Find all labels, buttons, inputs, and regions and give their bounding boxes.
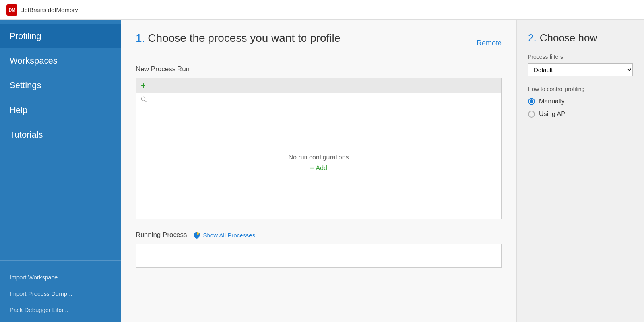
manually-radio[interactable] xyxy=(528,98,535,105)
sidebar-divider xyxy=(0,260,121,261)
sidebar-item-settings[interactable]: Settings xyxy=(0,73,121,98)
no-config-text: No run configurations xyxy=(288,154,349,161)
process-filters-label: Process filters xyxy=(528,54,633,60)
process-toolbar: + xyxy=(136,78,501,93)
step1-heading-row: 1. Choose the process you want to profil… xyxy=(136,32,502,54)
svg-line-1 xyxy=(145,101,147,102)
running-table-box xyxy=(136,244,502,268)
sidebar-item-tutorials[interactable]: Tutorials xyxy=(0,122,121,147)
sidebar-item-help[interactable]: Help xyxy=(0,98,121,122)
remote-link[interactable]: Remote xyxy=(477,39,502,47)
step2-number: 2. xyxy=(528,32,537,44)
add-config-label: Add xyxy=(316,165,327,172)
content-area: 1. Choose the process you want to profil… xyxy=(121,20,644,322)
sidebar-item-profiling[interactable]: Profiling xyxy=(0,24,121,48)
sidebar-item-workspaces[interactable]: Workspaces xyxy=(0,48,121,73)
title-bar: DM JetBrains dotMemory xyxy=(0,0,644,20)
app-logo: DM xyxy=(6,4,17,16)
manually-option[interactable]: Manually xyxy=(528,98,633,105)
step2-title: Choose how xyxy=(540,32,597,44)
new-process-label: New Process Run xyxy=(136,65,502,73)
using-api-radio[interactable] xyxy=(528,111,535,118)
show-all-label: Show All Processes xyxy=(203,232,255,239)
sidebar-footer: Import Workspace... Import Process Dump.… xyxy=(0,265,121,322)
search-icon xyxy=(141,96,147,104)
import-workspace-link[interactable]: Import Workspace... xyxy=(0,269,121,285)
step1-number: 1. xyxy=(136,32,145,45)
step2-heading: 2. Choose how xyxy=(528,32,633,44)
sidebar-nav: Profiling Workspaces Settings Help Tutor… xyxy=(0,20,121,256)
step1-title: Choose the process you want to profile xyxy=(148,32,340,45)
sidebar: Profiling Workspaces Settings Help Tutor… xyxy=(0,20,121,322)
plus-icon: + xyxy=(310,164,314,173)
app-title: JetBrains dotMemory xyxy=(21,6,78,13)
step2-panel: 2. Choose how Process filters Default Ho… xyxy=(517,20,644,322)
shield-icon xyxy=(193,231,200,239)
running-process-label: Running Process xyxy=(136,231,187,239)
search-input[interactable] xyxy=(150,97,497,103)
no-config-area: No run configurations + Add xyxy=(136,107,501,219)
show-all-processes-link[interactable]: Show All Processes xyxy=(193,231,255,239)
using-api-label: Using API xyxy=(539,111,567,118)
running-process-row: Running Process Show All Processes xyxy=(136,231,502,239)
add-config-link[interactable]: + Add xyxy=(310,164,327,173)
import-process-dump-link[interactable]: Import Process Dump... xyxy=(0,285,121,302)
process-filters-select[interactable]: Default xyxy=(528,63,633,76)
search-bar xyxy=(136,93,501,107)
manually-radio-dot xyxy=(530,99,533,103)
step1-panel: 1. Choose the process you want to profil… xyxy=(121,20,517,322)
control-profiling-label: How to control profiling xyxy=(528,86,633,92)
process-list-box: + No run configurations + Add xyxy=(136,78,502,219)
step1-heading: 1. Choose the process you want to profil… xyxy=(136,32,340,45)
pack-debugger-libs-link[interactable]: Pack Debugger Libs... xyxy=(0,302,121,318)
manually-label: Manually xyxy=(539,98,564,105)
add-config-button[interactable]: + xyxy=(141,81,146,90)
using-api-option[interactable]: Using API xyxy=(528,111,633,118)
main-layout: Profiling Workspaces Settings Help Tutor… xyxy=(0,20,644,322)
